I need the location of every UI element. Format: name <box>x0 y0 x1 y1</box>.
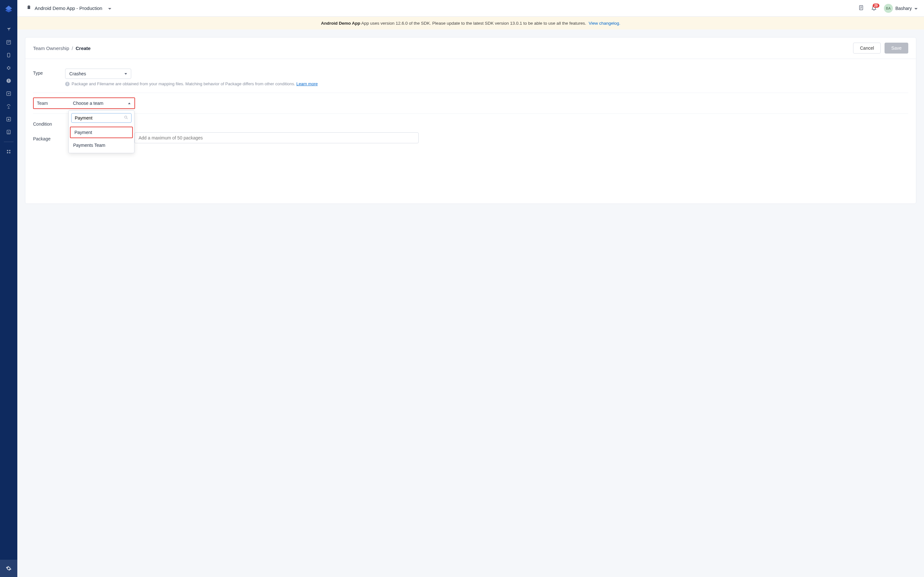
dropdown-option-payments-team[interactable]: Payments Team <box>69 139 134 151</box>
update-banner: Android Demo App App uses version 12.6.0… <box>17 17 462 29</box>
svg-rect-14 <box>9 152 11 153</box>
team-select[interactable]: Choose a team <box>69 98 134 108</box>
card-header: Team Ownership / Create Cancel Save <box>25 37 462 59</box>
banner-app-name: Android Demo App <box>321 21 360 26</box>
condition-label: Condition <box>33 119 65 127</box>
svg-rect-11 <box>7 150 8 151</box>
package-input[interactable] <box>134 132 419 143</box>
breadcrumb: Team Ownership / Create <box>33 45 90 51</box>
nav-broadcast-icon[interactable] <box>2 100 15 113</box>
svg-point-10 <box>8 131 9 132</box>
nav-apps-icon[interactable] <box>2 145 15 158</box>
app-name: Android Demo App - Production <box>35 5 102 11</box>
team-dropdown: Payment Payments Team <box>68 110 134 153</box>
type-value: Crashes <box>69 71 86 76</box>
type-select[interactable]: Crashes <box>65 69 131 79</box>
nav-send-icon[interactable] <box>2 87 15 100</box>
top-header: Android Demo App - Production 29 BA Bash… <box>17 0 462 17</box>
nav-activity-icon[interactable] <box>2 36 15 49</box>
banner-text: App uses version 12.6.0 of the SDK. Plea… <box>360 21 462 26</box>
svg-rect-5 <box>8 81 9 82</box>
team-row: Team Choose a team <box>33 93 462 114</box>
info-icon: i <box>65 82 69 86</box>
caret-down-icon <box>124 73 127 75</box>
breadcrumb-sep: / <box>72 45 73 51</box>
android-icon <box>26 5 31 11</box>
svg-point-2 <box>7 67 10 69</box>
app-logo[interactable] <box>4 5 13 13</box>
nav-bug-icon[interactable] <box>2 61 15 74</box>
help-text-content: Package and Filename are obtained from y… <box>71 81 296 86</box>
team-highlight: Team Choose a team <box>33 97 135 109</box>
nav-alert-icon[interactable] <box>2 74 15 87</box>
type-row: Type Crashes i Package and Filename are … <box>33 65 462 93</box>
app-selector[interactable]: Android Demo App - Production <box>26 5 111 11</box>
svg-rect-12 <box>9 150 11 151</box>
team-search-input[interactable] <box>71 113 132 123</box>
learn-more-link[interactable]: Learn more <box>296 81 318 86</box>
nav-pin-icon[interactable] <box>2 23 15 36</box>
svg-point-7 <box>8 106 9 107</box>
svg-rect-1 <box>7 53 10 57</box>
caret-up-icon <box>128 103 131 104</box>
svg-rect-13 <box>7 152 8 153</box>
chevron-down-icon <box>108 6 111 11</box>
nav-survey-icon[interactable] <box>2 126 15 139</box>
svg-rect-15 <box>27 7 30 9</box>
breadcrumb-parent[interactable]: Team Ownership <box>33 45 69 51</box>
team-placeholder: Choose a team <box>73 101 103 106</box>
nav-device-icon[interactable] <box>2 49 15 61</box>
nav-star-icon[interactable] <box>2 113 15 126</box>
form-card: Team Ownership / Create Cancel Save Type… <box>25 37 462 204</box>
search-icon <box>124 115 128 121</box>
dropdown-option-payment[interactable]: Payment <box>70 127 133 138</box>
svg-rect-4 <box>8 79 9 81</box>
nav-divider <box>4 142 13 142</box>
team-label: Team <box>34 98 69 108</box>
help-text: i Package and Filename are obtained from… <box>65 81 462 86</box>
type-label: Type <box>33 69 65 76</box>
left-sidebar <box>0 0 17 288</box>
svg-point-17 <box>124 116 127 118</box>
main-content: Team Ownership / Create Cancel Save Type… <box>17 29 462 288</box>
breadcrumb-current: Create <box>76 45 91 51</box>
